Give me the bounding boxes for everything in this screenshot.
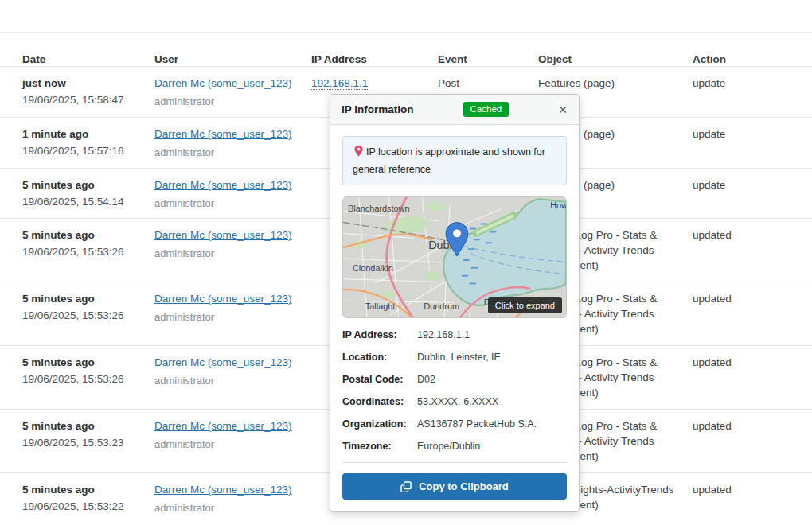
- user-link[interactable]: Darren Mc (some_user_123): [154, 484, 292, 496]
- map-label-howth: How: [550, 200, 566, 210]
- field-label: Organization:: [342, 418, 417, 431]
- field-postal-code: Postal Code: D02: [342, 373, 567, 387]
- timestamp: 19/06/2025, 15:53:26: [22, 308, 154, 323]
- date-cell: 5 minutes ago 19/06/2025, 15:53:23: [0, 410, 154, 450]
- pin-icon: [354, 146, 363, 161]
- user-cell: Darren Mc (some_user_123) administrator: [154, 410, 311, 452]
- field-label: Coordinates:: [342, 395, 417, 409]
- field-ip-address: IP Address: 192.168.1.1: [342, 329, 567, 342]
- copy-button-label: Copy to Clipboard: [419, 480, 509, 492]
- user-cell: Darren Mc (some_user_123) administrator: [154, 118, 311, 160]
- user-cell: Darren Mc (some_user_123) administrator: [154, 346, 311, 388]
- map-label-clondalkin: Clondalkin: [353, 263, 393, 273]
- column-header-ip: IP Address: [311, 43, 438, 67]
- popup-divider: [342, 462, 567, 463]
- map-label-blanchardstown: Blanchardstown: [348, 204, 410, 213]
- column-header-date: Date: [0, 43, 154, 67]
- date-cell: 5 minutes ago 19/06/2025, 15:53:26: [0, 346, 154, 387]
- column-header-action: Action: [693, 43, 812, 67]
- ip-cell: 192.168.1.1: [311, 67, 438, 91]
- action-cell: update: [693, 169, 812, 192]
- relative-time: 5 minutes ago: [22, 228, 154, 243]
- user-link[interactable]: Darren Mc (some_user_123): [154, 420, 292, 432]
- object-cell: Features (page): [538, 67, 693, 91]
- field-label: Postal Code:: [342, 373, 417, 387]
- note-text: IP location is approximate and shown for…: [353, 146, 545, 175]
- action-cell: update: [693, 67, 812, 91]
- copy-to-clipboard-button[interactable]: Copy to Clipboard: [342, 473, 567, 500]
- ip-information-popup: IP Information Cached ✕ IP location is a…: [330, 94, 580, 512]
- action-cell: updated: [693, 282, 812, 306]
- timestamp: 19/06/2025, 15:53:22: [22, 499, 154, 514]
- user-link[interactable]: Darren Mc (some_user_123): [154, 293, 292, 305]
- field-label: IP Address:: [342, 329, 417, 342]
- field-value: Europe/Dublin: [417, 440, 480, 453]
- user-cell: Darren Mc (some_user_123) administrator: [154, 219, 311, 261]
- date-cell: just now 19/06/2025, 15:58:47: [0, 67, 154, 107]
- popup-header: IP Information Cached ✕: [330, 95, 579, 125]
- cached-badge: Cached: [463, 102, 509, 118]
- ip-location-map[interactable]: Blanchardstown How Dublin Clondalkin Tal…: [342, 196, 567, 318]
- copy-icon: [400, 481, 412, 492]
- action-cell: updated: [693, 346, 812, 370]
- field-value: D02: [417, 373, 435, 387]
- user-role: administrator: [154, 500, 311, 515]
- user-role: administrator: [154, 94, 311, 109]
- user-cell: Darren Mc (some_user_123) administrator: [154, 282, 311, 325]
- user-role: administrator: [154, 437, 311, 452]
- field-label: Timezone:: [342, 440, 417, 453]
- timestamp: 19/06/2025, 15:53:26: [22, 371, 154, 387]
- field-value: AS136787 PacketHub S.A.: [417, 418, 537, 431]
- user-link[interactable]: Darren Mc (some_user_123): [154, 77, 292, 89]
- user-link[interactable]: Darren Mc (some_user_123): [154, 179, 292, 191]
- relative-time: 5 minutes ago: [22, 177, 154, 192]
- action-cell: update: [693, 118, 812, 142]
- action-cell: updated: [693, 473, 812, 497]
- field-timezone: Timezone: Europe/Dublin: [342, 440, 567, 453]
- date-cell: 5 minutes ago 19/06/2025, 15:53:26: [0, 282, 154, 323]
- map-label-tallaght: Tallaght: [365, 301, 396, 311]
- timestamp: 19/06/2025, 15:58:47: [22, 92, 154, 107]
- field-value: Dublin, Leinster, IE: [417, 351, 501, 364]
- field-organization: Organization: AS136787 PacketHub S.A.: [342, 418, 567, 431]
- relative-time: 5 minutes ago: [22, 355, 154, 370]
- relative-time: 5 minutes ago: [22, 482, 154, 497]
- date-cell: 1 minute ago 19/06/2025, 15:57:16: [0, 118, 154, 158]
- user-role: administrator: [154, 196, 311, 211]
- user-role: administrator: [154, 145, 311, 160]
- relative-time: 5 minutes ago: [22, 291, 154, 306]
- user-role: administrator: [154, 309, 311, 325]
- activity-log-page: Date User IP Address Event Object Action…: [0, 0, 812, 525]
- ip-address-link[interactable]: 192.168.1.1: [311, 77, 368, 90]
- close-icon[interactable]: ✕: [558, 104, 568, 115]
- action-cell: updated: [693, 410, 812, 434]
- action-cell: updated: [693, 219, 812, 243]
- column-header-event: Event: [438, 43, 538, 67]
- date-cell: 5 minutes ago 19/06/2025, 15:53:26: [0, 219, 154, 259]
- field-value: 53.XXXX,-6.XXXX: [417, 395, 498, 409]
- user-link[interactable]: Darren Mc (some_user_123): [154, 356, 292, 368]
- column-header-object: Object: [538, 43, 693, 67]
- timestamp: 19/06/2025, 15:54:14: [22, 194, 154, 209]
- user-role: administrator: [154, 246, 311, 261]
- timestamp: 19/06/2025, 15:53:26: [22, 244, 154, 259]
- popup-title: IP Information: [342, 103, 414, 115]
- timestamp: 19/06/2025, 15:57:16: [22, 143, 154, 158]
- ip-location-note: IP location is approximate and shown for…: [342, 136, 567, 185]
- popup-body: IP location is approximate and shown for…: [330, 125, 579, 511]
- relative-time: just now: [22, 76, 154, 91]
- user-cell: Darren Mc (some_user_123) administrator: [154, 169, 311, 211]
- user-cell: Darren Mc (some_user_123) administrator: [154, 67, 311, 109]
- map-expand-tooltip: Click to expand: [488, 298, 562, 313]
- user-link[interactable]: Darren Mc (some_user_123): [154, 229, 292, 241]
- user-role: administrator: [154, 373, 311, 388]
- field-location: Location: Dublin, Leinster, IE: [342, 351, 567, 364]
- relative-time: 1 minute ago: [22, 126, 154, 142]
- map-label-dundrum: Dundrum: [424, 301, 459, 311]
- event-cell: Post: [438, 67, 538, 91]
- date-cell: 5 minutes ago 19/06/2025, 15:53:22: [0, 473, 154, 514]
- table-header: Date User IP Address Event Object Action: [0, 33, 812, 67]
- relative-time: 5 minutes ago: [22, 418, 154, 434]
- date-cell: 5 minutes ago 19/06/2025, 15:54:14: [0, 169, 154, 209]
- user-link[interactable]: Darren Mc (some_user_123): [154, 128, 292, 140]
